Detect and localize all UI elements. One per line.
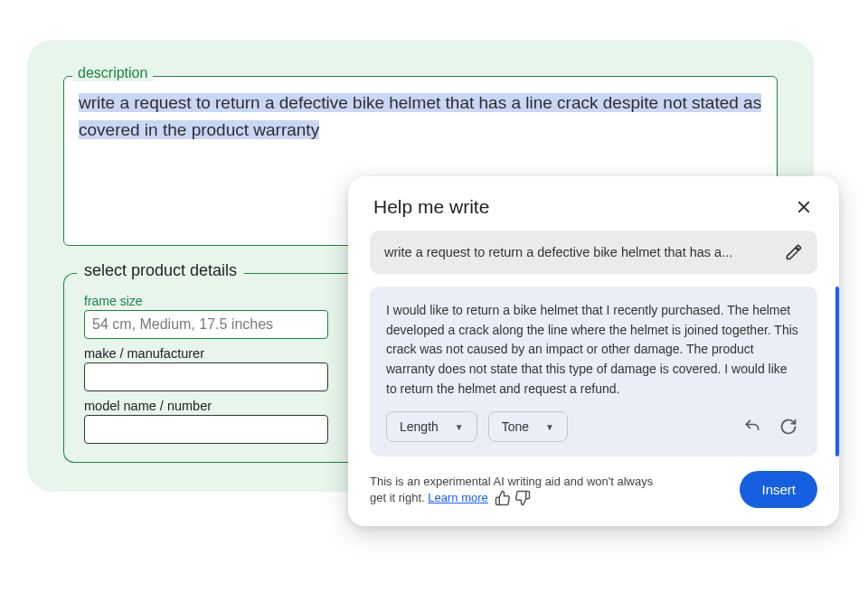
tone-select-label: Tone: [502, 419, 529, 434]
hmw-result-wrap: I would like to return a bike helmet tha…: [370, 287, 817, 456]
learn-more-link[interactable]: Learn more: [428, 491, 487, 504]
hmw-disclaimer: This is an experimental AI writing aid a…: [370, 474, 659, 507]
product-details-legend: select product details: [77, 261, 244, 280]
edit-icon[interactable]: [785, 243, 803, 261]
length-select-label: Length: [400, 419, 439, 434]
thumbs-down-icon[interactable]: [514, 490, 531, 506]
chevron-down-icon: ▼: [455, 422, 464, 432]
hmw-prompt-row[interactable]: write a request to return a defective bi…: [370, 230, 817, 274]
hmw-result-card: I would like to return a bike helmet tha…: [370, 287, 817, 456]
length-select[interactable]: Length ▼: [386, 411, 477, 442]
help-me-write-panel: Help me write write a request to return …: [348, 176, 839, 526]
hmw-controls: Length ▼ Tone ▼: [386, 411, 801, 442]
hmw-header: Help me write: [348, 176, 839, 230]
hmw-title: Help me write: [373, 196, 489, 218]
chevron-down-icon: ▼: [545, 422, 554, 432]
refresh-icon[interactable]: [776, 414, 801, 439]
hmw-body: write a request to return a defective bi…: [348, 230, 839, 456]
thumbs-up-icon[interactable]: [495, 490, 511, 506]
description-label: description: [72, 65, 153, 81]
description-text: write a request to return a defective bi…: [79, 89, 762, 145]
hmw-footer: This is an experimental AI writing aid a…: [348, 456, 839, 526]
hmw-result-text: I would like to return a bike helmet tha…: [386, 301, 801, 399]
insert-button[interactable]: Insert: [740, 471, 817, 508]
model-input[interactable]: [84, 415, 328, 444]
close-icon[interactable]: [794, 197, 814, 217]
make-input[interactable]: [84, 362, 328, 391]
undo-icon[interactable]: [740, 414, 765, 439]
tone-select[interactable]: Tone ▼: [488, 411, 568, 442]
hmw-accent-bar: [835, 287, 839, 456]
hmw-prompt-text: write a request to return a defective bi…: [384, 245, 776, 259]
frame-size-input[interactable]: [84, 310, 328, 339]
